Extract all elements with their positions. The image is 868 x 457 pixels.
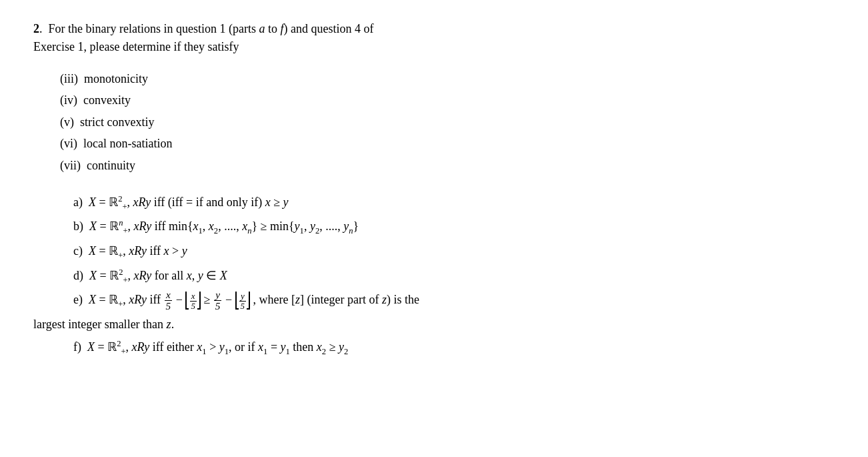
part-f: f) X = ℝ2+, xRy iff either x1 > y1, or i… (73, 336, 833, 360)
property-vi: (vi) local non-satiation (60, 133, 833, 154)
question-header: 2. For the binary relations in question … (33, 20, 833, 56)
parts-list: a) X = ℝ2+, xRy iff (iff = if and only i… (73, 191, 833, 313)
part-e-continuation: largest integer smaller than z. (33, 313, 833, 336)
question-text: 2. For the binary relations in question … (33, 20, 833, 56)
property-vii: (vii) continuity (60, 155, 833, 176)
property-iv: (iv) convexity (60, 89, 833, 111)
property-iii: (iii) monotonicity (60, 68, 833, 89)
property-v: (v) strict convextiy (60, 111, 833, 133)
fraction-x5-inner: x 5 (189, 292, 197, 312)
parts-list-f: f) X = ℝ2+, xRy iff either x1 > y1, or i… (73, 336, 833, 360)
properties-list: (iii) monotonicity (iv) convexity (v) st… (60, 68, 833, 176)
part-c: c) X = ℝ+, xRy iff x > y (73, 240, 833, 264)
fraction-x5: x 5 (165, 290, 173, 313)
part-d: d) X = ℝ2+, xRy for all x, y ∈ X (73, 264, 833, 289)
question-number: 2 (33, 22, 39, 35)
part-b: b) X = ℝn+, xRy iff min{x1, x2, ...., xn… (73, 215, 833, 240)
floor-x5: x 5 (185, 290, 201, 311)
content-wrapper: 2. For the binary relations in question … (33, 20, 833, 360)
part-e: e) X = ℝ+, xRy iff x 5 − x 5 ≥ y 5 (73, 288, 833, 313)
fraction-y5-inner: y 5 (239, 292, 247, 312)
floor-y5: y 5 (235, 290, 251, 311)
part-a: a) X = ℝ2+, xRy iff (iff = if and only i… (73, 191, 833, 215)
fraction-y5: y 5 (214, 290, 222, 313)
